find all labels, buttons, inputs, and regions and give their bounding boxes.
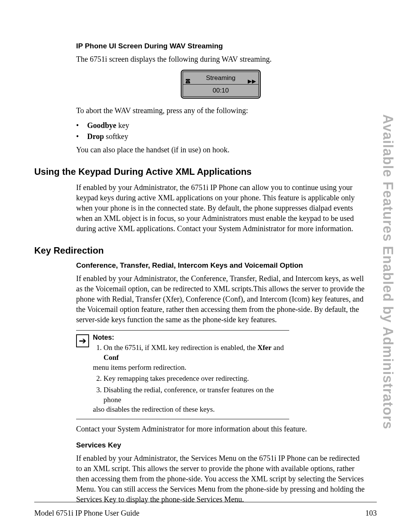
- services-key-text: If enabled by your Administrator, the Se…: [76, 453, 365, 505]
- key-redirection-subhead: Conference, Transfer, Redial, Intercom K…: [76, 261, 365, 270]
- drop-bold: Drop: [87, 132, 104, 141]
- goodbye-rest: key: [116, 121, 129, 129]
- notes-block: ➔ Notes: On the 6751i, if XML key redire…: [76, 330, 289, 419]
- note1-pre: On the 6751i, if XML key redirection is …: [104, 343, 258, 351]
- key-redirection-body: Conference, Transfer, Redial, Intercom K…: [76, 261, 365, 505]
- wav-abort-goodbye: Goodbye key: [76, 121, 365, 130]
- note-1: On the 6751i, if XML key redirection is …: [104, 343, 289, 372]
- side-title: Available Features Enabled by Administra…: [380, 114, 396, 430]
- notes-bottom-rule: [76, 419, 289, 419]
- keypad-section-body: If enabled by your Administrator, the 67…: [76, 182, 365, 234]
- arrow-right-icon: ➔: [76, 334, 89, 347]
- note-2: Key remapping takes precedence over redi…: [104, 374, 289, 383]
- wav-intro: The 6751i screen displays the following …: [76, 54, 365, 64]
- document-page: Available Features Enabled by Administra…: [0, 0, 411, 532]
- key-redirection-text: If enabled by your Administrator, the Co…: [76, 273, 365, 325]
- note1-second-line: menu items perform redirection.: [93, 363, 289, 372]
- keypad-text: If enabled by your Administrator, the 67…: [76, 182, 365, 234]
- key-redirection-heading: Key Redirection: [34, 245, 365, 256]
- notes-body: ➔ Notes: On the 6751i, if XML key redire…: [76, 331, 289, 419]
- lcd-screen: 🕿 Streaming ▶▶ 00:10: [183, 72, 259, 97]
- notes-content: Notes: On the 6751i, if XML key redirect…: [93, 333, 289, 416]
- drop-rest: softkey: [104, 132, 128, 141]
- wav-abort-drop: Drop softkey: [76, 132, 365, 141]
- page-footer: Model 6751i IP Phone User Guide 103: [34, 509, 377, 518]
- lcd-frame: 🕿 Streaming ▶▶ 00:10: [181, 70, 261, 99]
- services-key-heading: Services Key: [76, 441, 365, 449]
- key-redirection-contact: Contact your System Administrator for mo…: [76, 424, 365, 434]
- wav-abort-list: Goodbye key Drop softkey: [76, 121, 365, 141]
- note3-line2: also disables the redirection of these k…: [93, 404, 289, 414]
- lcd-time-text: 00:10: [213, 87, 229, 94]
- lcd-row-1: 🕿 Streaming ▶▶: [183, 72, 258, 84]
- lcd-line1-text: Streaming: [206, 74, 235, 81]
- note1-mid: and: [271, 343, 284, 351]
- wav-abort-text: To abort the WAV streaming, press any of…: [76, 105, 365, 116]
- goodbye-bold: Goodbye: [87, 121, 116, 129]
- phone-lcd-illustration: 🕿 Streaming ▶▶ 00:10: [76, 70, 365, 99]
- note1-conf: Conf: [104, 353, 119, 361]
- wav-handset-text: You can also place the handset (if in us…: [76, 145, 365, 155]
- notes-list: On the 6751i, if XML key redirection is …: [93, 343, 289, 414]
- note-3: Disabling the redial, conference, or tra…: [104, 385, 289, 414]
- note3-line1: Disabling the redial, conference, or tra…: [104, 386, 274, 404]
- wav-streaming-section: IP Phone UI Screen During WAV Streaming …: [76, 42, 365, 155]
- lcd-row-2: 00:10: [183, 84, 258, 97]
- keypad-heading: Using the Keypad During Active XML Appli…: [34, 166, 365, 177]
- notes-title: Notes:: [93, 333, 289, 342]
- note1-xfer: Xfer: [258, 343, 272, 351]
- footer-rule: [34, 502, 377, 502]
- footer-left: Model 6751i IP Phone User Guide: [34, 509, 139, 518]
- footer-page-number: 103: [365, 509, 377, 518]
- wav-heading: IP Phone UI Screen During WAV Streaming: [76, 42, 365, 50]
